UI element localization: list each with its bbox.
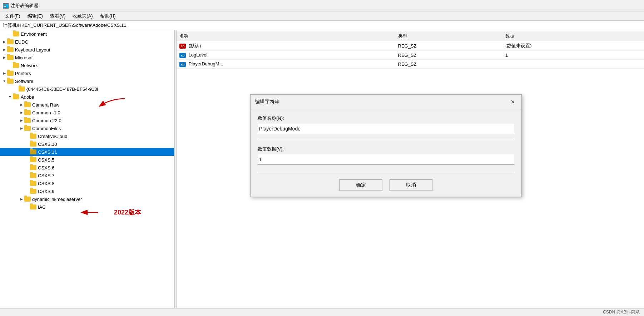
tree-item-software[interactable]: Software — [0, 77, 174, 85]
tree-item-csxs-9[interactable]: CSXS.9 — [0, 187, 174, 195]
tree-arrow-keyboard-layout — [1, 47, 7, 53]
tree-item-csxs-10[interactable]: CSXS.10 — [0, 140, 174, 148]
tree-item-dynamiclink[interactable]: dynamiclinkmediaserver — [0, 195, 174, 203]
registry-type-default: REG_SZ — [395, 41, 502, 51]
dialog-confirm-button[interactable]: 确定 — [340, 179, 382, 191]
tree-label-eudc: EUDC — [15, 39, 28, 45]
registry-row-playerdebug[interactable]: ab PlayerDebugM... REG_SZ — [177, 60, 644, 69]
tree-arrow-eudc — [1, 39, 7, 45]
folder-icon-software — [7, 79, 14, 84]
reg-icon-playerdebug: ab — [179, 62, 186, 67]
dialog-close-button[interactable]: ✕ — [509, 98, 517, 106]
tree-arrow-common-files — [19, 125, 24, 131]
tree-arrow-common-22 — [19, 118, 24, 123]
dialog-name-input[interactable] — [258, 124, 514, 134]
folder-icon-microsoft — [7, 55, 14, 60]
menu-favorites[interactable]: 收藏夹(A) — [69, 12, 96, 20]
tree-item-creative-cloud[interactable]: CreativeCloud — [0, 132, 174, 140]
tree-label-csxs-6: CSXS.6 — [38, 165, 54, 171]
tree-label-csxs-9: CSXS.9 — [38, 189, 54, 194]
tree-label-common-m1: Common -1.0 — [32, 110, 60, 115]
tree-item-csxs-11[interactable]: CSXS.11 — [0, 148, 174, 156]
tree-label-environment: Environment — [21, 31, 47, 37]
title-bar: 注册表编辑器 — [0, 0, 644, 11]
tree-label-csxs-5: CSXS.5 — [38, 157, 54, 163]
menu-edit[interactable]: 编辑(E) — [24, 12, 46, 20]
col-header-name: 名称 — [177, 31, 395, 41]
folder-icon-csxs-10 — [30, 142, 36, 147]
folder-icon-common-22 — [24, 118, 31, 123]
tree-label-guid: {044454C8-33ED-487B-BF54-913I — [26, 87, 98, 92]
folder-icon-csxs-5 — [30, 157, 36, 162]
tree-panel: Environment EUDC Keyboard Layout Microso… — [0, 30, 174, 308]
dialog-buttons: 确定 取消 — [258, 179, 514, 191]
tree-item-camera-raw[interactable]: Camera Raw — [0, 101, 174, 109]
tree-arrow-common-m1 — [19, 110, 24, 115]
tree-item-csxs-6[interactable]: CSXS.6 — [0, 164, 174, 172]
folder-icon-environment — [13, 31, 19, 36]
folder-icon-common-files — [24, 126, 31, 131]
tree-arrow-camera-raw — [19, 102, 24, 108]
dialog-cancel-button[interactable]: 取消 — [390, 179, 432, 191]
tree-label-microsoft: Microsoft — [15, 55, 34, 60]
tree-label-csxs-11: CSXS.11 — [38, 149, 57, 155]
address-bar: 计算机\HKEY_CURRENT_USER\Software\Adobe\CSX… — [0, 21, 644, 30]
registry-data-default: (数值未设置) — [502, 41, 644, 51]
folder-icon-common-m1 — [24, 110, 31, 115]
tree-arrow-dynamiclink — [19, 196, 24, 202]
tree-label-iac: IAC — [38, 204, 46, 210]
tree-item-common-22[interactable]: Common 22.0 — [0, 117, 174, 124]
tree-item-microsoft[interactable]: Microsoft — [0, 54, 174, 61]
registry-row-default[interactable]: ab (默认) REG_SZ (数值未设置) — [177, 41, 644, 51]
tree-item-network[interactable]: Network — [0, 61, 174, 69]
tree-item-csxs-7[interactable]: CSXS.7 — [0, 172, 174, 179]
registry-row-loglevel[interactable]: ab LogLevel REG_SZ 1 — [177, 51, 644, 60]
tree-arrow-software — [1, 78, 7, 84]
col-header-data: 数据 — [502, 31, 644, 41]
tree-item-csxs-8[interactable]: CSXS.8 — [0, 179, 174, 187]
tree-item-eudc[interactable]: EUDC — [0, 38, 174, 46]
registry-table: 名称 类型 数据 ab (默认) REG_SZ (数值未设置) — [177, 31, 644, 69]
tree-item-iac[interactable]: IAC — [0, 203, 174, 211]
tree-item-common-files[interactable]: CommonFiles — [0, 124, 174, 132]
dialog-body: 数值名称(N): 数值数据(V): 确定 取消 — [251, 109, 521, 197]
registry-name-playerdebug: ab PlayerDebugM... — [177, 60, 395, 69]
tree-label-adobe: Adobe — [21, 94, 34, 100]
folder-icon-eudc — [7, 39, 14, 44]
tree-label-csxs-8: CSXS.8 — [38, 181, 54, 186]
app-icon — [3, 3, 9, 9]
tree-item-common-m1[interactable]: Common -1.0 — [0, 109, 174, 117]
tree-label-common-files: CommonFiles — [32, 126, 61, 131]
menu-help[interactable]: 帮助(H) — [96, 12, 119, 20]
svg-rect-2 — [4, 6, 6, 6]
tree-item-csxs-5[interactable]: CSXS.5 — [0, 156, 174, 164]
reg-icon-default: ab — [179, 44, 186, 49]
tree-item-guid[interactable]: {044454C8-33ED-487B-BF54-913I — [0, 85, 174, 93]
tree-label-creative-cloud: CreativeCloud — [38, 134, 67, 139]
menu-file[interactable]: 文件(F) — [1, 12, 24, 20]
tree-item-environment[interactable]: Environment — [0, 30, 174, 38]
folder-icon-keyboard-layout — [7, 47, 14, 52]
tree-item-printers[interactable]: Printers — [0, 69, 174, 77]
folder-icon-csxs-7 — [30, 173, 36, 178]
registry-name-loglevel: ab LogLevel — [177, 51, 395, 60]
tree-item-adobe[interactable]: Adobe — [0, 93, 174, 101]
tree-item-keyboard-layout[interactable]: Keyboard Layout — [0, 46, 174, 54]
folder-icon-iac — [30, 204, 36, 209]
edit-string-dialog: 编辑字符串 ✕ 数值名称(N): 数值数据(V): 确定 取消 — [250, 94, 522, 197]
tree-label-printers: Printers — [15, 71, 31, 76]
status-bar: CSDN @ABin-阿斌 — [0, 308, 644, 316]
registry-name-default: ab (默认) — [177, 41, 395, 51]
menu-view[interactable]: 查看(V) — [46, 12, 69, 20]
dialog-data-input[interactable] — [258, 154, 514, 165]
col-header-type: 类型 — [395, 31, 502, 41]
tree-arrow-microsoft — [1, 55, 7, 60]
dialog-title-bar: 编辑字符串 ✕ — [251, 95, 521, 109]
dialog-title: 编辑字符串 — [255, 99, 280, 105]
folder-icon-csxs-6 — [30, 165, 36, 170]
folder-icon-network — [13, 63, 19, 68]
tree-label-software: Software — [15, 79, 33, 84]
folder-icon-csxs-11 — [30, 149, 36, 154]
tree-label-common-22: Common 22.0 — [32, 118, 61, 123]
folder-icon-camera-raw — [24, 102, 31, 107]
